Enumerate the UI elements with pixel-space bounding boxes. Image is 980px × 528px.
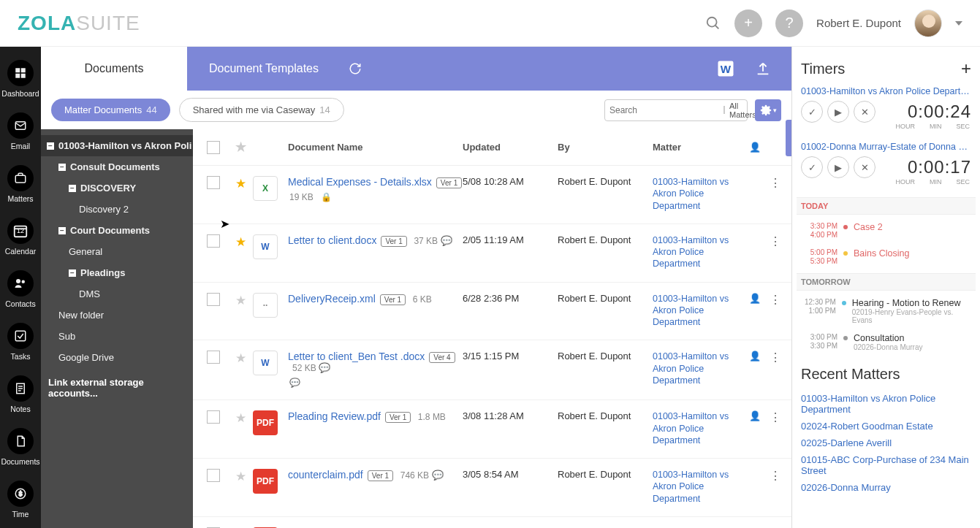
select-all-checkbox[interactable] [207,141,220,154]
doc-name-link[interactable]: counterclaim.pdf [288,469,363,481]
row-checkbox[interactable] [207,293,220,306]
event-row[interactable]: 5:00 PM5:30 PM Bains Closing [801,244,971,270]
star-icon[interactable]: ★ [235,294,246,307]
doc-name-link[interactable]: Medical Expenses - Details.xlsx [288,176,432,188]
search-icon[interactable] [705,15,721,31]
matter-link[interactable]: 01003-Hamilton vs Akron Police Departmen… [653,294,729,328]
tree-node-discovery[interactable]: −DISCOVERY [41,177,193,199]
tree-node-matter[interactable]: −01003-Hamilton vs Akron Poli [41,135,193,156]
nav-item-notes[interactable]: Notes [0,368,41,421]
tomorrow-heading: TOMORROW [797,273,976,291]
nav-item-matters[interactable]: Matters [0,158,41,210]
matter-link[interactable]: 01003-Hamilton vs Akron Police Departmen… [653,470,729,504]
search-input[interactable] [609,105,719,115]
col-header-matter[interactable]: Matter [653,142,745,153]
recent-matter-link[interactable]: 02026-Donna Murray [801,479,971,496]
nav-item-documents[interactable]: Documents [0,421,41,473]
add-timer-button[interactable]: + [961,58,971,79]
row-checkbox[interactable] [207,176,220,189]
filters-row: Matter Documents44 Shared with me via Ca… [41,91,791,129]
recent-matter-link[interactable]: 02024-Robert Goodman Estate [801,418,971,435]
row-checkbox[interactable] [207,351,220,364]
timer-play-button[interactable]: ▶ [827,156,849,178]
timer-cancel-button[interactable]: ✕ [854,156,875,178]
col-header-name[interactable]: Document Name [288,142,463,153]
row-menu-icon[interactable]: ⋮ [770,177,781,189]
col-header-updated[interactable]: Updated [463,142,558,153]
app-logo[interactable]: ZOLASUITE [18,12,140,35]
timer-matter-link[interactable]: 01003-Hamilton vs Akron Police Departmen… [801,86,971,96]
help-button[interactable]: ? [775,9,803,37]
tree-node-pleadings[interactable]: −Pleadings [41,262,193,283]
row-checkbox[interactable] [207,410,220,424]
event-row[interactable]: 3:00 PM3:30 PM Consultation02026-Donna M… [801,329,971,356]
doc-name-link[interactable]: Pleading Review.pdf [288,410,381,422]
doc-name-link[interactable]: Letter to client_Ben Test .docx [288,351,425,362]
star-icon[interactable]: ★ [235,177,246,191]
tab-documents[interactable]: Documents [41,47,187,91]
row-menu-icon[interactable]: ⋮ [770,351,781,364]
doc-search-box[interactable]: All Matters [604,99,748,121]
row-menu-icon[interactable]: ⋮ [770,470,781,482]
tree-node-court[interactable]: −Court Documents [41,220,193,241]
star-icon[interactable]: ★ [235,411,246,425]
cell-by: Robert E. Dupont [558,234,653,245]
doc-name-link[interactable]: Letter to client.docx [288,234,376,246]
recent-matter-link[interactable]: 02025-Darlene Averill [801,435,971,451]
tree-node-sub[interactable]: Sub [41,326,193,347]
pill-shared-caseway[interactable]: Shared with me via Caseway14 [179,98,344,122]
col-header-by[interactable]: By [558,142,653,153]
event-row[interactable]: 12:30 PM1:00 PM Hearing - Motion to Rene… [801,294,971,329]
tab-document-templates[interactable]: Document Templates [187,47,341,91]
timer-confirm-button[interactable]: ✓ [801,156,823,178]
nav-item-calendar[interactable]: 12Calendar [0,210,41,263]
panel-collapse-handle[interactable]: › [786,120,791,156]
matters-checkbox[interactable] [723,106,725,114]
nav-item-email[interactable]: Email [0,105,41,158]
header-star-icon[interactable]: ★ [235,140,246,154]
row-menu-icon[interactable]: ⋮ [770,294,781,306]
pill-matter-documents[interactable]: Matter Documents44 [51,99,170,121]
timer-cancel-button[interactable]: ✕ [854,101,875,123]
settings-button[interactable]: ▾ [755,99,781,121]
version-badge: Ver 1 [385,412,411,423]
row-menu-icon[interactable]: ⋮ [770,235,781,248]
star-icon[interactable]: ★ [235,351,246,365]
link-external-storage[interactable]: Link external storage accounts... [41,368,193,408]
add-button[interactable]: + [734,9,762,37]
doc-name-link[interactable]: DeliveryReceip.xml [288,293,376,305]
star-icon[interactable]: ★ [235,235,246,249]
tree-node-gdrive[interactable]: Google Drive [41,347,193,368]
timer-matter-link[interactable]: 01002-Donna Murray-Estate of Donna F. rr… [801,142,971,152]
tree-node-discovery2[interactable]: Discovery 2 [41,199,193,220]
refresh-icon[interactable] [341,47,370,91]
tree-node-newfolder[interactable]: New folder [41,305,193,326]
nav-item-time[interactable]: $Time [0,473,41,526]
word-icon[interactable]: W [715,58,736,79]
timer-confirm-button[interactable]: ✓ [801,101,823,123]
cell-updated: 3/08 11:28 AM [463,410,558,421]
tree-node-consult[interactable]: −Consult Documents [41,156,193,177]
nav-item-contacts[interactable]: Contacts [0,263,41,315]
row-checkbox[interactable] [207,469,220,482]
matter-link[interactable]: 01003-Hamilton vs Akron Police Departmen… [653,235,729,269]
today-heading: TODAY [797,197,976,215]
upload-icon[interactable] [755,61,771,77]
tree-node-general[interactable]: General [41,241,193,262]
event-row[interactable]: 3:30 PM4:00 PM Case 2 [801,218,971,244]
row-checkbox[interactable] [207,234,220,248]
matter-link[interactable]: 01003-Hamilton vs Akron Police Departmen… [653,411,729,445]
user-dropdown-caret[interactable] [955,21,962,26]
timer-play-button[interactable]: ▶ [827,101,849,123]
star-icon[interactable]: ★ [235,470,246,483]
file-type-icon: W [253,351,288,375]
row-menu-icon[interactable]: ⋮ [770,411,781,424]
tree-node-dms[interactable]: DMS [41,283,193,305]
recent-matter-link[interactable]: 01003-Hamilton vs Akron Police Departmen… [801,390,971,418]
recent-matter-link[interactable]: 01015-ABC Corp-Purchase of 234 Main Stre… [801,451,971,479]
avatar[interactable] [914,9,942,37]
nav-item-dashboard[interactable]: Dashboard [0,53,41,105]
nav-item-tasks[interactable]: Tasks [0,315,41,368]
matter-link[interactable]: 01003-Hamilton vs Akron Police Departmen… [653,351,729,386]
matter-link[interactable]: 01003-Hamilton vs Akron Police Departmen… [653,177,729,211]
